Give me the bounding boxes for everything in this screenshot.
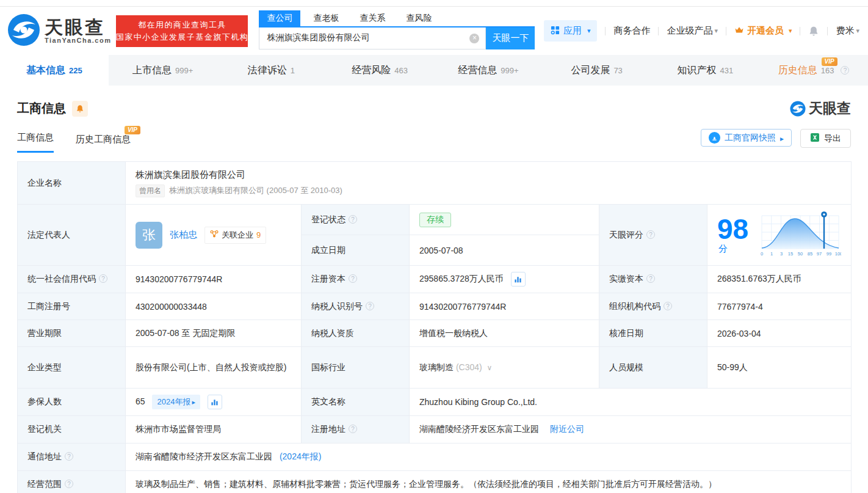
nav-apps[interactable]: 应用 [544, 20, 598, 42]
tab-legal-litigation[interactable]: 法律诉讼 1 [217, 55, 326, 86]
tab-intellectual-property[interactable]: 知识产权 431 [651, 55, 760, 86]
former-name-tag: 曾用名 [136, 184, 165, 197]
annual-report-link[interactable]: (2024年报) [280, 451, 321, 461]
network-icon [210, 230, 219, 240]
notification-bell-icon[interactable] [808, 26, 819, 37]
table-row: 参保人数 65 2024年报 英文名称 Zhuzhou Kibing Group… [18, 389, 852, 416]
export-label: 导出 [824, 133, 841, 144]
related-companies-tag[interactable]: 关联企业 9 [204, 227, 266, 244]
tab-listing-info[interactable]: 上市信息 999+ [109, 55, 217, 86]
search-input[interactable] [259, 27, 461, 49]
table-row: 通信地址 湖南省醴陵市经济开发区东富工业园 (2024年报) [18, 444, 852, 471]
help-icon[interactable] [349, 215, 357, 224]
company-type-value: 股份有限公司(上市、自然人投资或控股) [126, 347, 302, 389]
chevron-down-icon[interactable] [487, 362, 493, 372]
tab-operating-risk[interactable]: 经营风险 463 [325, 55, 434, 86]
capital-trend-chart-icon[interactable] [511, 272, 526, 287]
tab-basic-info[interactable]: 基本信息 225 [0, 55, 109, 86]
tab-count: 73 [613, 66, 622, 75]
tab-label: 公司发展 [571, 64, 610, 77]
help-icon[interactable] [646, 274, 655, 283]
table-row: 企业类型 股份有限公司(上市、自然人投资或控股) 国标行业 玻璃制造 (C304… [18, 347, 852, 389]
tab-label: 经营信息 [458, 64, 497, 77]
nav-vip-label: 开通会员 [747, 25, 784, 37]
nav-cooperation[interactable]: 商务合作 [613, 25, 650, 37]
official-snapshot-button[interactable]: 工商官网快照 [701, 129, 792, 147]
tab-label: 基本信息 [26, 64, 65, 77]
est-date-value: 2005-07-08 [410, 235, 599, 266]
search-tab-relation[interactable]: 查关系 [352, 10, 393, 26]
business-scope-label: 经营范围 [18, 471, 126, 493]
tab-label: 法律诉讼 [248, 64, 287, 77]
help-icon[interactable] [65, 452, 73, 461]
vip-badge: VIP [125, 126, 140, 134]
nav-apps-label: 应用 [563, 25, 582, 37]
help-icon[interactable] [664, 302, 672, 310]
annual-report-tag[interactable]: 2024年报 [152, 395, 200, 409]
watermark-text: 天眼查 [809, 99, 851, 118]
svg-text:3: 3 [780, 251, 783, 257]
svg-text:0: 0 [761, 251, 763, 257]
help-icon[interactable] [841, 66, 849, 75]
subtab-business-info[interactable]: 工商信息 [17, 132, 54, 153]
insured-trend-chart-icon[interactable] [208, 395, 222, 409]
tab-count: 999+ [501, 66, 518, 75]
help-icon[interactable] [366, 302, 374, 310]
help-icon[interactable] [99, 274, 107, 283]
legal-rep-avatar[interactable]: 张 [136, 222, 162, 249]
search-tab-boss[interactable]: 查老板 [305, 10, 347, 26]
company-type-label: 企业类型 [18, 347, 126, 389]
tab-count: 431 [720, 66, 734, 75]
slogan-line-2: 国家中小企业发展子基金旗下机构 [116, 31, 249, 43]
tab-company-development[interactable]: 公司发展 73 [543, 55, 651, 86]
svg-text:1: 1 [770, 251, 773, 257]
divider [605, 27, 606, 35]
svg-text:50: 50 [798, 251, 803, 257]
nav-open-vip[interactable]: 开通会员 [734, 25, 792, 37]
table-row: 经营范围 玻璃及制品生产、销售；建筑材料、原辅材料批零兼营；货运代理服务；企业管… [18, 471, 852, 493]
staff-size-label: 人员规模 [599, 347, 707, 389]
svg-text:85: 85 [808, 251, 812, 257]
paid-capital-value: 268351.6763万人民币 [707, 266, 852, 293]
export-button[interactable]: 导出 [800, 129, 851, 148]
mail-address-label: 通信地址 [18, 444, 126, 471]
excel-icon [810, 133, 820, 144]
reg-authority-label: 登记机关 [18, 416, 126, 444]
org-code-label: 组织机构代码 [599, 293, 707, 320]
subscribe-bell-icon[interactable] [72, 101, 88, 117]
tab-count: 163 [821, 66, 834, 75]
section-title: 工商信息 [17, 100, 66, 117]
help-icon[interactable] [646, 230, 655, 239]
search-button[interactable]: 天眼一下 [486, 27, 535, 49]
english-name-label: 英文名称 [302, 389, 410, 416]
legal-rep-label: 法定代表人 [18, 205, 126, 266]
clear-search-icon[interactable] [469, 34, 479, 43]
top-divider [0, 0, 868, 7]
logo-domain: TianYanCha.com [45, 37, 111, 44]
table-row: 工商注册号 430200000033448 纳税人识别号 91430200776… [18, 293, 852, 320]
company-name-label: 企业名称 [18, 162, 126, 205]
business-scope-value: 玻璃及制品生产、销售；建筑材料、原辅材料批零兼营；货运代理服务；企业管理服务。（… [126, 471, 852, 493]
tianyancha-logo[interactable]: 天眼查 TianYanCha.com [7, 13, 111, 49]
nav-user-menu[interactable]: 费米 [836, 25, 859, 37]
insured-label: 参保人数 [18, 389, 126, 416]
help-icon[interactable] [65, 480, 73, 488]
tab-business-info[interactable]: 经营信息 999+ [434, 55, 543, 86]
tab-history-info[interactable]: VIP 历史信息 163 [759, 55, 868, 86]
search-input-wrap [259, 27, 486, 49]
reg-address-value: 湖南醴陵经济开发区东富工业园 [419, 424, 539, 434]
org-code-value: 77677974-4 [707, 293, 852, 320]
legal-rep-link[interactable]: 张柏忠 [170, 229, 197, 241]
help-icon[interactable] [349, 425, 357, 433]
search-tab-company[interactable]: 查公司 [259, 10, 300, 26]
subtab-history-business-info[interactable]: VIP 历史工商信息 [76, 134, 131, 153]
arrow-right-icon [780, 133, 784, 143]
snapshot-label: 工商官网快照 [725, 133, 776, 144]
help-icon[interactable] [349, 274, 357, 283]
search-block: 查公司 查老板 查关系 查风险 天眼一下 [259, 10, 535, 49]
nav-enterprise-products[interactable]: 企业级产品 [667, 25, 718, 37]
taxpayer-id-label: 纳税人识别号 [302, 293, 410, 320]
nearby-companies-link[interactable]: 附近公司 [550, 424, 584, 434]
crown-icon [734, 26, 744, 36]
search-tab-risk[interactable]: 查风险 [398, 10, 439, 26]
